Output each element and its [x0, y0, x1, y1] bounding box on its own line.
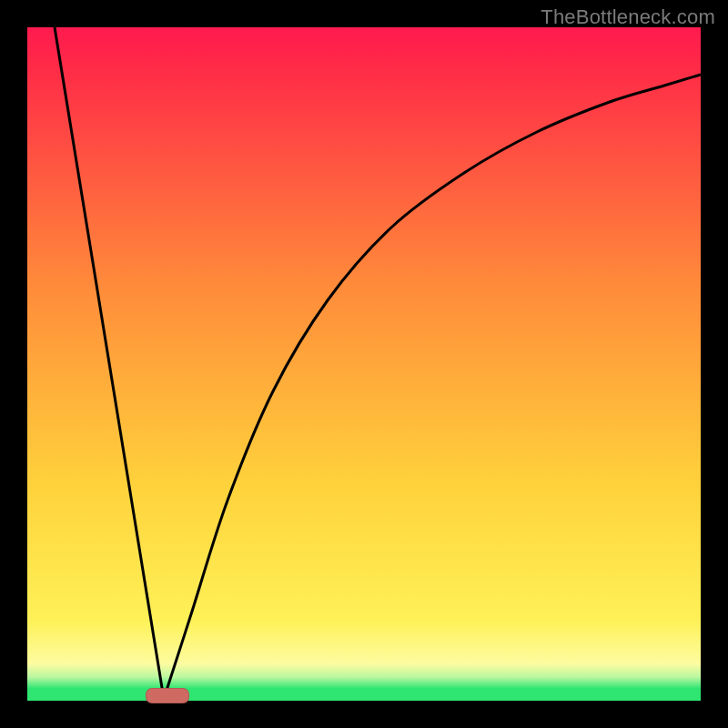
right-rising-curve [164, 75, 701, 699]
curve-layer [27, 27, 701, 701]
left-descending-line [55, 27, 164, 699]
watermark-text: TheBottleneck.com [541, 5, 715, 29]
chart-frame: TheBottleneck.com [0, 0, 728, 728]
optimal-marker [146, 688, 189, 703]
plot-area [27, 27, 701, 701]
